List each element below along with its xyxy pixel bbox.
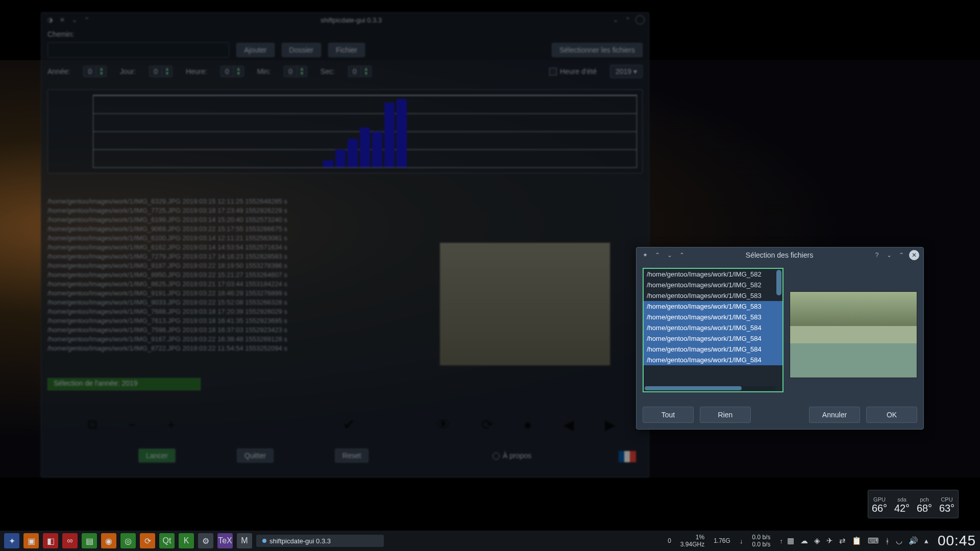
year-select[interactable]: 2019 ▾ [610,65,643,78]
run-button[interactable]: Lancer [138,448,176,463]
tray-expand-icon[interactable]: ▴ [924,536,928,545]
file-list-item[interactable]: /home/gentoo/Images/work/1/IMG_584 [644,344,782,355]
blender-icon[interactable]: ⟳ [140,533,155,548]
taskbar-stats: 0 1%3.94GHz 1.76G ↓ 0.0 b/s0.0 b/s ↑ [668,534,783,548]
hour-spinner[interactable]: 0▲▼ [220,66,244,77]
max-icon[interactable]: ⌃ [897,251,906,260]
firefox-icon[interactable]: ◉ [101,533,116,548]
network-tray-icon[interactable]: ⇄ [839,536,846,545]
file-list-item[interactable]: /home/gentoo/Images/work/1/IMG_584 [644,322,782,333]
file-manager-icon[interactable]: ▤ [82,533,97,548]
file-list-item[interactable]: /home/gentoo/Images/work/1/IMG_583 [644,290,782,301]
gear-icon[interactable]: ⚙ [198,533,213,548]
file-list[interactable]: /home/gentoo/Images/work/1/IMG_582/home/… [643,268,783,392]
select-files-button[interactable]: Sélectionner les fichiers [552,43,643,57]
app-icon-2[interactable]: ∞ [62,533,78,548]
file-button[interactable]: Fichier [328,43,365,57]
kate-icon[interactable]: K [179,533,194,548]
file-list-item[interactable]: /home/gentoo/Images/work/1/IMG_584 [644,355,782,365]
m-icon[interactable]: M [237,533,252,548]
image-preview [439,242,610,366]
volume-tray-icon[interactable]: 🔊 [909,536,918,545]
chart-bar [335,149,346,167]
flag-fr-icon[interactable] [618,450,636,463]
pin-icon[interactable]: ✕ [58,15,67,24]
chevron-double-up-icon[interactable]: ⌃ [677,251,687,260]
next-icon[interactable]: ▶ [605,416,616,433]
kde-menu-icon[interactable]: ✦ [4,533,19,548]
log-line: /home/gentoo/Images/work/1/IMG_9069.JPG … [47,224,643,234]
add-button[interactable]: Ajouter [236,43,274,57]
day-spinner[interactable]: 0▲▼ [149,66,173,77]
dst-checkbox[interactable]: Heure d'été [549,67,597,76]
file-list-item[interactable]: /home/gentoo/Images/work/1/IMG_582 [644,280,782,290]
min-spinner[interactable]: 0▲▼ [284,66,307,77]
min-icon[interactable]: ⌄ [885,251,894,260]
tex-icon[interactable]: TeX [217,533,233,548]
ok-button[interactable]: OK [866,407,917,423]
chevron-down-icon[interactable]: ⌄ [70,15,79,24]
clipboard-tray-icon[interactable]: 📋 [852,536,862,545]
file-list-item[interactable]: /home/gentoo/Images/work/1/IMG_582 [644,269,782,280]
vertical-scrollbar[interactable] [776,270,781,295]
keyboard-tray-icon[interactable]: ⌨ [868,536,879,545]
quit-button[interactable]: Quitter [237,448,274,463]
close-icon[interactable] [635,15,645,24]
circle-icon[interactable]: ● [524,417,532,433]
check-icon[interactable]: ✔ [343,416,355,433]
taskbar-clock[interactable]: 00:45 [938,533,976,549]
chevron-up-icon[interactable]: ⌃ [82,15,91,24]
max-icon[interactable]: ⌃ [623,15,632,24]
terminal-icon[interactable]: ▣ [23,533,39,548]
folder-button[interactable]: Dossier [282,43,321,57]
min-icon[interactable]: ⌄ [611,15,620,24]
sec-spinner[interactable]: 0▲▼ [348,66,372,77]
up-arrow-icon: ↑ [779,537,783,545]
file-list-item[interactable]: /home/gentoo/Images/work/1/IMG_583 [644,301,782,312]
about-link[interactable]: À propos [493,452,531,460]
toolbar-icons: ⧉ − + ⟋ ✔ 👁 ⟳ ● ◀ ▶ [87,416,643,433]
down-arrow-icon: ↓ [740,537,743,545]
chart-bar [397,99,407,167]
chart-bar [384,103,395,167]
chart-bar [372,132,382,168]
refresh-icon[interactable]: ⟳ [481,416,493,433]
file-list-item[interactable]: /home/gentoo/Images/work/1/IMG_584 [644,333,782,344]
close-icon[interactable]: ✕ [909,250,919,260]
sysmon-column: CPU63° [939,496,954,514]
app-icon-1[interactable]: ◧ [43,533,58,548]
help-icon[interactable]: ? [872,251,881,260]
qt-icon[interactable]: Qt [159,533,175,548]
cloud-tray-icon[interactable]: ☁ [800,536,808,545]
taskbar-task[interactable]: shiftpicdate-gui 0.3.3 [256,535,384,547]
system-monitor-widget: GPU66°sda42°pch68°CPU63° [868,490,959,518]
telegram-tray-icon[interactable]: ✈ [826,536,833,545]
wifi-tray-icon[interactable]: ◡ [896,536,902,545]
cancel-button[interactable]: Annuler [809,407,860,423]
cpu-tray-icon[interactable]: ▦ [787,536,794,545]
bluetooth-tray-icon[interactable]: ᚼ [885,537,890,545]
sysmon-column: GPU66° [872,496,887,514]
chevron-down-icon[interactable]: ⌄ [665,251,674,260]
plus-icon[interactable]: + [167,417,175,433]
reset-button[interactable]: Reset [335,448,369,463]
sysmon-label: sda [894,496,910,503]
select-all-button[interactable]: Tout [643,407,694,423]
chevron-up-icon[interactable]: ⌃ [653,251,662,260]
shield-tray-icon[interactable]: ◈ [814,536,820,545]
horizontal-scrollbar[interactable] [645,386,742,390]
eye-icon[interactable]: 👁 [436,416,451,433]
browser-icon[interactable]: ◎ [120,533,136,548]
sysmon-label: CPU [939,496,954,503]
file-list-item[interactable]: /home/gentoo/Images/work/1/IMG_583 [644,312,782,322]
minus-icon[interactable]: − [128,417,136,433]
brush-icon[interactable]: ⟋ [298,416,312,433]
select-none-button[interactable]: Rien [700,407,751,423]
compress-icon[interactable]: ⧉ [87,416,97,433]
prev-icon[interactable]: ◀ [563,416,574,433]
sysmon-label: GPU [872,496,887,503]
sysmon-label: pch [917,496,932,503]
path-input[interactable] [47,42,229,58]
sysmon-value: 66° [872,503,887,514]
year-spinner[interactable]: 0▲▼ [83,66,107,77]
